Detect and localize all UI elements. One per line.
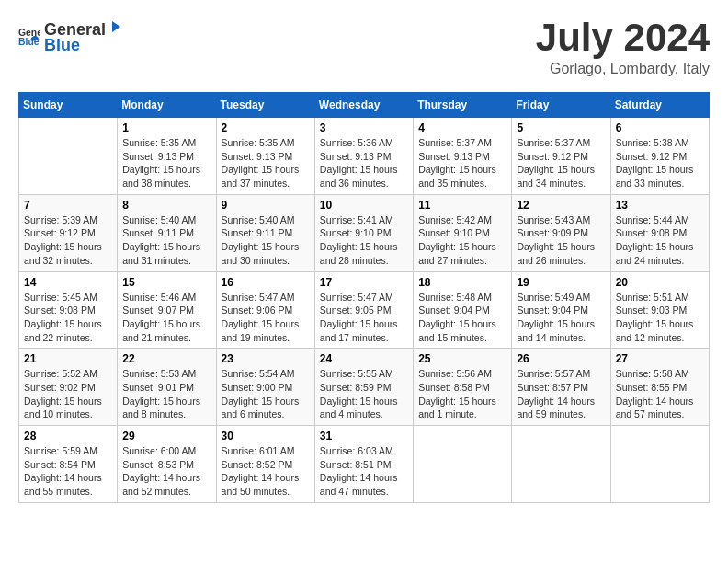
day-number: 8 [122,199,210,212]
calendar-cell: 26Sunrise: 5:57 AMSunset: 8:57 PMDayligh… [512,349,610,426]
location-subtitle: Gorlago, Lombardy, Italy [536,61,710,77]
calendar-cell: 17Sunrise: 5:47 AMSunset: 9:05 PMDayligh… [314,271,413,349]
day-number: 12 [517,199,605,212]
calendar-header-monday: Monday [118,93,216,118]
day-number: 31 [320,430,408,442]
calendar-header-thursday: Thursday [414,93,512,118]
day-number: 28 [24,430,112,442]
calendar-cell: 25Sunrise: 5:56 AMSunset: 8:58 PMDayligh… [414,349,512,426]
calendar-cell: 22Sunrise: 5:53 AMSunset: 9:01 PMDayligh… [118,349,216,426]
day-info: Sunrise: 5:47 AMSunset: 9:05 PMDaylight:… [320,291,408,345]
title-section: July 2024 Gorlago, Lombardy, Italy [536,18,710,77]
day-number: 9 [222,199,310,212]
calendar-table: SundayMondayTuesdayWednesdayThursdayFrid… [18,92,710,503]
day-info: Sunrise: 5:38 AMSunset: 9:12 PMDaylight:… [616,136,704,190]
day-number: 17 [320,276,408,289]
logo-icon: General Blue [18,26,40,48]
day-number: 14 [24,276,112,289]
day-number: 30 [222,430,310,442]
day-info: Sunrise: 5:37 AMSunset: 9:13 PMDaylight:… [418,136,506,190]
calendar-cell: 2Sunrise: 5:35 AMSunset: 9:13 PMDaylight… [216,118,314,195]
calendar-cell [19,118,118,195]
day-info: Sunrise: 5:40 AMSunset: 9:11 PMDaylight:… [222,213,310,268]
svg-text:Blue: Blue [18,37,40,47]
calendar-week-row: 28Sunrise: 5:59 AMSunset: 8:54 PMDayligh… [19,426,710,503]
calendar-cell: 16Sunrise: 5:47 AMSunset: 9:06 PMDayligh… [216,271,314,349]
day-number: 6 [616,121,704,134]
day-info: Sunrise: 5:35 AMSunset: 9:13 PMDaylight:… [122,136,210,190]
logo-arrow-icon [107,18,123,35]
day-number: 16 [222,276,310,289]
calendar-cell: 13Sunrise: 5:44 AMSunset: 9:08 PMDayligh… [610,194,709,271]
calendar-cell: 8Sunrise: 5:40 AMSunset: 9:11 PMDaylight… [118,194,216,271]
day-info: Sunrise: 5:59 AMSunset: 8:54 PMDaylight:… [24,444,112,499]
calendar-cell: 20Sunrise: 5:51 AMSunset: 9:03 PMDayligh… [610,271,709,349]
calendar-cell: 14Sunrise: 5:45 AMSunset: 9:08 PMDayligh… [19,271,118,349]
calendar-cell: 7Sunrise: 5:39 AMSunset: 9:12 PMDaylight… [19,194,118,271]
calendar-week-row: 14Sunrise: 5:45 AMSunset: 9:08 PMDayligh… [19,271,710,349]
day-number: 18 [418,276,506,289]
day-info: Sunrise: 6:03 AMSunset: 8:51 PMDaylight:… [320,444,408,499]
calendar-cell: 4Sunrise: 5:37 AMSunset: 9:13 PMDaylight… [414,118,512,195]
calendar-cell: 11Sunrise: 5:42 AMSunset: 9:10 PMDayligh… [414,194,512,271]
page-header: General Blue General Blue July 2024 Gorl… [18,18,710,77]
calendar-cell: 29Sunrise: 6:00 AMSunset: 8:53 PMDayligh… [118,426,216,503]
calendar-cell: 18Sunrise: 5:48 AMSunset: 9:04 PMDayligh… [414,271,512,349]
day-info: Sunrise: 5:36 AMSunset: 9:13 PMDaylight:… [320,136,408,190]
calendar-cell: 28Sunrise: 5:59 AMSunset: 8:54 PMDayligh… [19,426,118,503]
calendar-week-row: 1Sunrise: 5:35 AMSunset: 9:13 PMDaylight… [19,118,710,195]
calendar-cell [414,426,512,503]
calendar-cell: 31Sunrise: 6:03 AMSunset: 8:51 PMDayligh… [314,426,413,503]
calendar-cell: 30Sunrise: 6:01 AMSunset: 8:52 PMDayligh… [216,426,314,503]
day-info: Sunrise: 5:58 AMSunset: 8:55 PMDaylight:… [616,367,704,421]
day-info: Sunrise: 5:41 AMSunset: 9:10 PMDaylight:… [320,213,408,268]
calendar-header-tuesday: Tuesday [216,93,314,118]
svg-marker-2 [112,21,120,32]
logo-blue: Blue [44,36,80,54]
day-number: 23 [222,352,310,365]
day-number: 27 [616,352,704,365]
calendar-cell [512,426,610,503]
day-info: Sunrise: 5:51 AMSunset: 9:03 PMDaylight:… [616,291,704,345]
day-number: 29 [122,430,210,442]
day-info: Sunrise: 5:49 AMSunset: 9:04 PMDaylight:… [517,291,605,345]
day-number: 15 [122,276,210,289]
logo: General Blue General Blue [18,18,124,55]
day-number: 5 [517,121,605,134]
day-number: 2 [222,121,310,134]
calendar-cell: 24Sunrise: 5:55 AMSunset: 8:59 PMDayligh… [314,349,413,426]
day-info: Sunrise: 5:52 AMSunset: 9:02 PMDaylight:… [24,367,112,421]
day-info: Sunrise: 5:47 AMSunset: 9:06 PMDaylight:… [222,291,310,345]
day-number: 21 [24,352,112,365]
day-info: Sunrise: 5:37 AMSunset: 9:12 PMDaylight:… [517,136,605,190]
calendar-header-wednesday: Wednesday [314,93,413,118]
day-number: 24 [320,352,408,365]
calendar-week-row: 7Sunrise: 5:39 AMSunset: 9:12 PMDaylight… [19,194,710,271]
day-number: 13 [616,199,704,212]
day-number: 1 [122,121,210,134]
calendar-cell: 10Sunrise: 5:41 AMSunset: 9:10 PMDayligh… [314,194,413,271]
calendar-header-row: SundayMondayTuesdayWednesdayThursdayFrid… [19,93,710,118]
day-info: Sunrise: 5:40 AMSunset: 9:11 PMDaylight:… [122,213,210,268]
calendar-header-sunday: Sunday [19,93,118,118]
day-info: Sunrise: 5:43 AMSunset: 9:09 PMDaylight:… [517,213,605,268]
day-info: Sunrise: 5:44 AMSunset: 9:08 PMDaylight:… [616,213,704,268]
calendar-cell: 3Sunrise: 5:36 AMSunset: 9:13 PMDaylight… [314,118,413,195]
day-number: 25 [418,352,506,365]
calendar-cell: 9Sunrise: 5:40 AMSunset: 9:11 PMDaylight… [216,194,314,271]
calendar-header-friday: Friday [512,93,610,118]
day-info: Sunrise: 5:45 AMSunset: 9:08 PMDaylight:… [24,291,112,345]
calendar-cell: 21Sunrise: 5:52 AMSunset: 9:02 PMDayligh… [19,349,118,426]
day-number: 20 [616,276,704,289]
calendar-cell [610,426,709,503]
calendar-cell: 27Sunrise: 5:58 AMSunset: 8:55 PMDayligh… [610,349,709,426]
day-number: 11 [418,199,506,212]
calendar-cell: 1Sunrise: 5:35 AMSunset: 9:13 PMDaylight… [118,118,216,195]
calendar-week-row: 21Sunrise: 5:52 AMSunset: 9:02 PMDayligh… [19,349,710,426]
day-info: Sunrise: 5:54 AMSunset: 9:00 PMDaylight:… [222,367,310,421]
day-info: Sunrise: 6:00 AMSunset: 8:53 PMDaylight:… [122,444,210,499]
calendar-header-saturday: Saturday [610,93,709,118]
day-number: 10 [320,199,408,212]
day-number: 4 [418,121,506,134]
day-number: 26 [517,352,605,365]
